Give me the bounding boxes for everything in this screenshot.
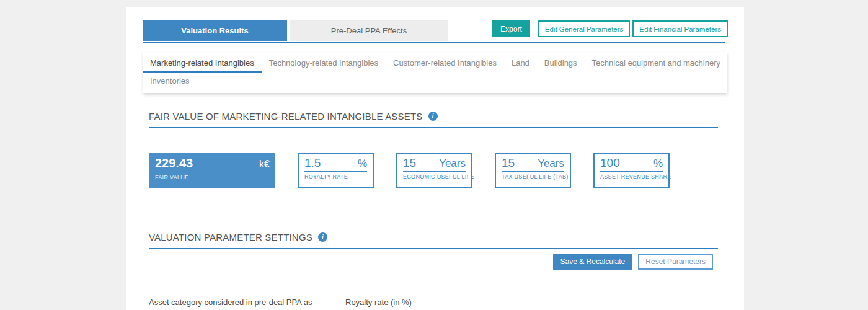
economic-useful-life-card: 15 Years ECONOMIC USEFUL LIFE [396,153,472,188]
tax-useful-life-label: TAX USEFUL LIFE (TAB) [502,174,564,180]
subtab-marketing-intangibles[interactable]: Marketing-related Intangibles [143,55,262,73]
edit-financial-parameters-button[interactable]: Edit Financial Parameters [632,20,728,37]
asset-subtab-bar: Marketing-related Intangibles Technology… [143,52,727,93]
settings-section-rule [149,248,718,249]
economic-useful-life-label: ECONOMIC USEFUL LIFE [403,174,466,180]
subtab-land[interactable]: Land [504,55,537,73]
fair-value-label: FAIR VALUE [155,174,270,180]
tax-useful-life-card: 15 Years TAX USEFUL LIFE (TAB) [495,153,571,188]
tax-useful-life-unit: Years [538,157,564,170]
reset-parameters-button[interactable]: Reset Parameters [638,254,713,270]
fair-value-amount: 229.43 [155,156,193,170]
fair-value-cards: 229.43 k€ FAIR VALUE 1.5 % ROYALTY RATE … [149,153,718,188]
export-button[interactable]: Export [492,20,530,37]
asset-revenue-share-unit: % [653,157,663,170]
royalty-rate-unit: % [358,157,367,170]
subtab-buildings[interactable]: Buildings [537,55,585,73]
fair-value-unit: k€ [259,159,270,170]
subtab-technical-equipment[interactable]: Technical equipment and machinery [585,55,728,73]
top-tab-bar: Valuation Results Pre-Deal PPA Effects E… [126,7,744,41]
royalty-rate-label: ROYALTY RATE [304,174,367,180]
subtab-technology-intangibles[interactable]: Technology-related Intangibles [262,55,386,73]
economic-useful-life-unit: Years [439,157,466,170]
asset-revenue-share-card: 100 % ASSET REVENUE SHARE [593,153,670,188]
subtab-row-2: Inventories [143,73,727,89]
tab-valuation-results[interactable]: Valuation Results [143,20,287,41]
asset-category-label: Asset category considered in pre-deal PP… [149,298,345,307]
edit-general-parameters-button[interactable]: Edit General Parameters [538,20,631,37]
fair-value-card: 229.43 k€ FAIR VALUE [149,153,275,188]
royalty-rate-value: 1.5 [304,156,321,170]
economic-useful-life-value: 15 [403,156,416,170]
fair-value-title-text: FAIR VALUE OF MARKETING-RELATED INTANGIB… [149,111,423,122]
tax-useful-life-value: 15 [502,156,515,170]
subtab-inventories[interactable]: Inventories [143,73,197,89]
info-icon[interactable]: i [428,112,438,121]
save-recalculate-button[interactable]: Save & Recalculate [553,254,633,270]
royalty-rate-card: 1.5 % ROYALTY RATE [298,153,374,188]
royalty-rate-column: Royalty rate (in %) 0% 15% [345,298,618,310]
main-panel: Valuation Results Pre-Deal PPA Effects E… [126,7,744,310]
fair-value-section-rule [149,127,718,128]
asset-revenue-share-value: 100 [600,156,620,170]
fair-value-section-title: FAIR VALUE OF MARKETING-RELATED INTANGIB… [149,111,718,122]
royalty-rate-input-label: Royalty rate (in %) [345,298,618,307]
settings-section-title: VALUATION PARAMETER SETTINGS i [149,232,718,242]
asset-category-column: Asset category considered in pre-deal PP… [149,298,345,310]
asset-revenue-share-label: ASSET REVENUE SHARE [600,174,663,180]
subtab-row-1: Marketing-related Intangibles Technology… [143,55,727,73]
tab-predeal-ppa-effects[interactable]: Pre-Deal PPA Effects [290,20,448,41]
tab-divider-rule [143,42,725,43]
subtab-customer-intangibles[interactable]: Customer-related Intangibles [386,55,504,73]
parameter-form: Asset category considered in pre-deal PP… [149,298,744,310]
settings-actions: Save & Recalculate Reset Parameters [126,254,713,270]
info-icon[interactable]: i [318,232,327,242]
settings-title-text: VALUATION PARAMETER SETTINGS [149,232,312,242]
